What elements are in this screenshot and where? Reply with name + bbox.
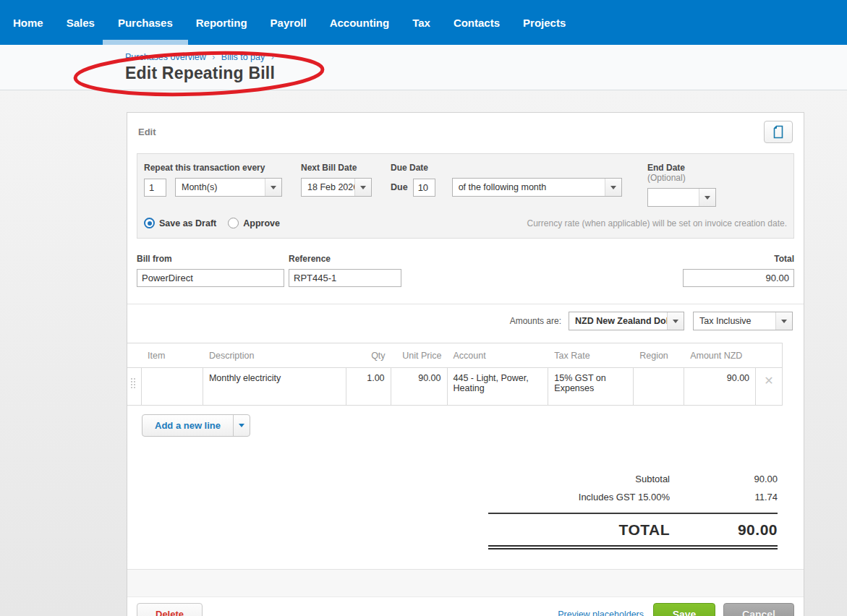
- due-prefix-label: Due: [391, 182, 408, 192]
- amounts-are-label: Amounts are:: [510, 316, 561, 326]
- chevron-down-icon: [699, 189, 715, 206]
- drag-handle[interactable]: [127, 368, 142, 405]
- add-new-line-label: Add a new line: [142, 415, 233, 436]
- chevron-down-icon: [775, 312, 792, 330]
- header-region: Region: [634, 351, 684, 361]
- nav-item-payroll[interactable]: Payroll: [259, 0, 318, 45]
- nav-item-reporting[interactable]: Reporting: [184, 0, 259, 45]
- header-description: Description: [203, 351, 346, 361]
- cell-tax-rate[interactable]: 15% GST on Expenses: [548, 368, 634, 405]
- nav-item-purchases[interactable]: Purchases: [106, 0, 184, 45]
- due-period-select[interactable]: of the following month: [452, 178, 622, 197]
- delete-button[interactable]: Delete: [137, 603, 203, 616]
- bill-from-label: Bill from: [137, 254, 284, 264]
- table-row: Monthly electricity 1.00 90.00 445 - Lig…: [127, 367, 782, 405]
- approve-radio[interactable]: [228, 218, 239, 228]
- nav-item-sales[interactable]: Sales: [55, 0, 106, 45]
- header-qty: Qty: [346, 351, 391, 361]
- repeat-period-value: Month(s): [176, 179, 265, 196]
- chevron-down-icon: [265, 179, 281, 196]
- cell-amount[interactable]: 90.00: [684, 368, 756, 405]
- next-bill-date-value: 18 Feb 2026: [302, 179, 354, 196]
- chevron-down-icon: [605, 179, 621, 196]
- chevron-down-icon[interactable]: [233, 415, 250, 436]
- breadcrumb-link-bills-to-pay[interactable]: Bills to pay: [221, 52, 265, 62]
- action-bar: Delete Preview placeholders Save Cancel: [127, 596, 804, 616]
- cancel-button[interactable]: Cancel: [723, 603, 794, 616]
- currency-rate-note: Currency rate (when applicable) will be …: [527, 218, 787, 228]
- save-as-draft-radio[interactable]: [144, 218, 155, 228]
- panel-header: Edit: [127, 113, 804, 150]
- page-body: Edit Repeat this transaction every Month…: [0, 90, 847, 616]
- cell-account[interactable]: 445 - Light, Power, Heating: [448, 368, 549, 405]
- due-date-label: Due Date: [391, 163, 622, 173]
- add-new-line-button[interactable]: Add a new line: [142, 414, 250, 437]
- nav-item-contacts[interactable]: Contacts: [442, 0, 511, 45]
- chevron-down-icon: [354, 179, 371, 196]
- chevron-down-icon: [667, 312, 684, 330]
- table-header-row: Item Description Qty Unit Price Account …: [127, 343, 782, 367]
- repeat-interval-input[interactable]: [144, 179, 166, 197]
- total-input[interactable]: [683, 269, 794, 287]
- end-date-select[interactable]: [647, 188, 716, 207]
- breadcrumb-separator: ›: [212, 52, 215, 62]
- nav-item-projects[interactable]: Projects: [511, 0, 577, 45]
- currency-value: NZD New Zealand Dollar: [569, 312, 667, 330]
- cell-description[interactable]: Monthly electricity: [203, 368, 346, 405]
- cell-item[interactable]: [142, 368, 203, 405]
- top-navigation: Home Sales Purchases Reporting Payroll A…: [0, 0, 847, 45]
- page-title: Edit Repeating Bill: [125, 64, 847, 83]
- approve-label: Approve: [243, 218, 280, 228]
- preview-placeholders-link[interactable]: Preview placeholders: [558, 609, 644, 616]
- header-item: Item: [142, 351, 203, 361]
- bill-from-input[interactable]: [137, 269, 284, 287]
- totals-double-rule: [488, 545, 778, 549]
- drag-handle-icon: [131, 378, 132, 380]
- header-account: Account: [448, 351, 549, 361]
- breadcrumb-separator: ›: [271, 52, 274, 62]
- reference-input[interactable]: [289, 269, 401, 287]
- grand-total-value: 90.00: [670, 521, 778, 539]
- amounts-are-row: Amounts are: NZD New Zealand Dollar Tax …: [127, 304, 804, 337]
- due-period-value: of the following month: [453, 179, 605, 196]
- repeat-settings-box: Repeat this transaction every Month(s) N…: [137, 153, 794, 239]
- page-header: Purchases overview › Bills to pay › Edit…: [0, 45, 847, 90]
- save-button[interactable]: Save: [653, 603, 715, 616]
- footer-gap: [127, 569, 804, 596]
- next-bill-date-label: Next Bill Date: [301, 163, 372, 173]
- nav-item-tax[interactable]: Tax: [401, 0, 442, 45]
- document-icon: [773, 125, 784, 139]
- bill-details-row: Bill from Reference Total: [127, 254, 804, 287]
- gst-value: 11.74: [670, 492, 778, 502]
- header-unit-price: Unit Price: [391, 351, 448, 361]
- repeat-every-label: Repeat this transaction every: [144, 163, 282, 173]
- header-tax-rate: Tax Rate: [548, 351, 634, 361]
- due-day-input[interactable]: [413, 179, 435, 197]
- repeat-period-select[interactable]: Month(s): [175, 178, 282, 197]
- next-bill-date-select[interactable]: 18 Feb 2026: [301, 178, 372, 197]
- tax-mode-value: Tax Inclusive: [694, 312, 775, 330]
- breadcrumb: Purchases overview › Bills to pay ›: [125, 52, 847, 62]
- currency-select[interactable]: NZD New Zealand Dollar: [569, 312, 684, 330]
- document-preview-button[interactable]: [764, 121, 793, 143]
- cell-region[interactable]: [634, 368, 684, 405]
- end-date-optional-label: (Optional): [647, 173, 686, 183]
- cell-unit-price[interactable]: 90.00: [391, 368, 448, 405]
- tax-mode-select[interactable]: Tax Inclusive: [693, 312, 793, 330]
- subtotal-label: Subtotal: [488, 474, 670, 484]
- panel-title: Edit: [138, 127, 156, 137]
- edit-repeating-bill-panel: Edit Repeat this transaction every Month…: [127, 112, 804, 616]
- nav-item-accounting[interactable]: Accounting: [318, 0, 401, 45]
- totals-section: Subtotal 90.00 Includes GST 15.00% 11.74…: [488, 470, 778, 549]
- remove-line-button[interactable]: ✕: [756, 368, 782, 405]
- total-label: Total: [683, 254, 794, 264]
- reference-label: Reference: [289, 254, 401, 264]
- save-as-draft-label: Save as Draft: [159, 218, 216, 228]
- end-date-value: [648, 189, 699, 206]
- breadcrumb-link-purchases-overview[interactable]: Purchases overview: [125, 52, 206, 62]
- cell-qty[interactable]: 1.00: [346, 368, 391, 405]
- grand-total-label: TOTAL: [488, 521, 670, 539]
- close-icon: ✕: [764, 375, 773, 387]
- header-amount-nzd: Amount NZD: [684, 351, 756, 361]
- nav-item-home[interactable]: Home: [1, 0, 55, 45]
